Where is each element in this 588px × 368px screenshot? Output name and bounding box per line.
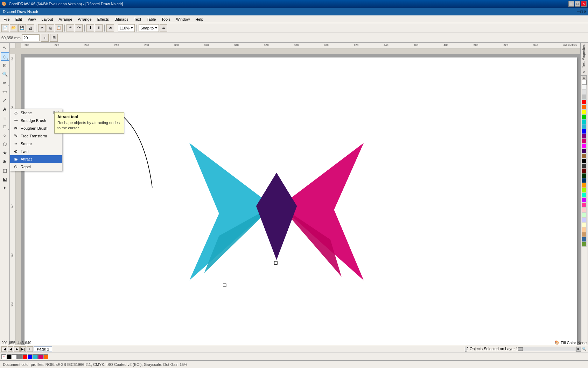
swatch-orange[interactable] bbox=[582, 104, 587, 109]
import-button[interactable]: ⬇ bbox=[86, 24, 94, 32]
page-first-button[interactable]: |◀ bbox=[1, 346, 7, 352]
scroll-right-button[interactable]: ▶ bbox=[576, 347, 581, 352]
swatch-lime[interactable] bbox=[582, 188, 587, 193]
flyout-smear[interactable]: ≈ Smear bbox=[10, 140, 62, 148]
menu-table[interactable]: Table bbox=[144, 16, 159, 22]
menu-arrange[interactable]: Arrange bbox=[56, 16, 75, 22]
view-btn[interactable]: 👁 bbox=[106, 24, 114, 32]
swatch-lightyellow[interactable] bbox=[582, 222, 587, 227]
tool-color-attract[interactable]: ✦ bbox=[1, 184, 9, 192]
export-button[interactable]: ⬆ bbox=[95, 24, 103, 32]
tool-table[interactable]: ⊞ bbox=[1, 114, 9, 122]
zoom-dropdown[interactable]: 110% ▾ bbox=[118, 24, 135, 32]
swatch-amber[interactable] bbox=[582, 183, 587, 188]
swatch-violet[interactable] bbox=[582, 198, 587, 203]
swatch-purple[interactable] bbox=[582, 134, 587, 139]
swatch-green[interactable] bbox=[582, 114, 587, 119]
tool-smart-fill[interactable]: ⬕ bbox=[1, 175, 9, 183]
swatch-peach[interactable] bbox=[582, 227, 587, 232]
nib-options[interactable]: ⊞ bbox=[50, 34, 58, 42]
print-button[interactable]: 🖨 bbox=[27, 24, 34, 32]
tool-interactive-fill[interactable]: ◫ bbox=[1, 166, 9, 175]
save-button[interactable]: 💾 bbox=[18, 24, 26, 32]
tool-pointer[interactable]: ↖ bbox=[1, 43, 9, 52]
menu-edit[interactable]: Edit bbox=[13, 16, 25, 22]
menu-effects2[interactable]: Effects bbox=[94, 16, 112, 22]
tool-crop[interactable]: ⊡ ▸ bbox=[1, 61, 9, 69]
inner-minimize-button[interactable]: ─ bbox=[577, 9, 580, 14]
swatch-lightblue2[interactable] bbox=[582, 217, 587, 222]
flyout-repel[interactable]: ⊙ Repel bbox=[10, 163, 62, 171]
menu-view[interactable]: View bbox=[25, 16, 39, 22]
swatch-white[interactable] bbox=[582, 80, 587, 85]
snap-dropdown[interactable]: Snap to ▾ bbox=[139, 24, 159, 32]
open-button[interactable]: 📂 bbox=[10, 24, 18, 32]
swatch-hotpink[interactable] bbox=[582, 203, 587, 207]
swatch-aqua[interactable] bbox=[582, 193, 587, 198]
page-tab-1[interactable]: Page 1 bbox=[34, 346, 52, 352]
text-properties-panel[interactable]: Text Properties bbox=[581, 43, 588, 69]
swatch-magenta[interactable] bbox=[582, 139, 587, 144]
inner-close-button[interactable]: ✕ bbox=[583, 9, 587, 14]
tool-freehand[interactable]: ✏ ▸ bbox=[1, 79, 9, 87]
palette-scroll-up[interactable]: ▲ bbox=[582, 76, 587, 80]
flyout-attract[interactable]: ◉ Attract bbox=[10, 155, 62, 163]
swatch-darkgreen[interactable] bbox=[582, 173, 587, 178]
swatch-light[interactable] bbox=[582, 85, 587, 90]
menu-window[interactable]: Window bbox=[173, 16, 192, 22]
bottom-swatch-orange[interactable] bbox=[43, 354, 48, 359]
swatch-red[interactable] bbox=[582, 100, 587, 104]
menu-text[interactable]: Text bbox=[131, 16, 144, 22]
swatch-black[interactable] bbox=[582, 158, 587, 163]
tool-ellipse[interactable]: ○ bbox=[1, 131, 9, 139]
minimize-button[interactable]: ─ bbox=[568, 1, 574, 7]
tool-polygon[interactable]: ⬡ ▸ bbox=[1, 140, 9, 148]
swatch-cyan[interactable] bbox=[582, 124, 587, 129]
tool-eyedropper[interactable]: ✱ bbox=[1, 157, 9, 166]
swatch-teal[interactable] bbox=[582, 119, 587, 124]
bottom-swatch-magenta[interactable] bbox=[38, 354, 43, 359]
swatch-darkred[interactable] bbox=[582, 168, 587, 173]
no-fill-swatch[interactable]: ✕ bbox=[1, 354, 6, 359]
swatch-yellow[interactable] bbox=[582, 109, 587, 114]
menu-effects[interactable]: Arrange bbox=[75, 16, 94, 22]
swatch-lightgreen[interactable] bbox=[582, 212, 587, 217]
new-button[interactable]: 📄 bbox=[1, 24, 9, 32]
swatch-gray1[interactable] bbox=[582, 90, 587, 95]
menu-help[interactable]: Help bbox=[192, 16, 206, 22]
bottom-swatch-white[interactable] bbox=[12, 354, 17, 359]
menu-tools[interactable]: Tools bbox=[159, 16, 173, 22]
snap-extra[interactable]: ≋ bbox=[160, 24, 167, 32]
undo-button[interactable]: ↶ bbox=[66, 24, 74, 32]
zoom-out-icon[interactable]: 🔍 bbox=[582, 347, 587, 352]
swatch-olive[interactable] bbox=[582, 242, 587, 247]
page-next-button[interactable]: ▶ bbox=[14, 346, 20, 352]
inner-maximize-button[interactable]: □ bbox=[580, 9, 583, 14]
swatch-lightpink[interactable] bbox=[582, 207, 587, 212]
bottom-swatch-gray[interactable] bbox=[17, 354, 22, 359]
swatch-pink[interactable] bbox=[582, 144, 587, 149]
swatch-blue[interactable] bbox=[582, 129, 587, 134]
tool-shape[interactable]: ◇ ▸ bbox=[1, 52, 9, 61]
swatch-brown[interactable] bbox=[582, 154, 587, 158]
cut-button[interactable]: ✂ bbox=[38, 24, 46, 32]
bottom-swatch-blue[interactable] bbox=[28, 354, 33, 359]
bottom-swatch-red[interactable] bbox=[22, 354, 27, 359]
swatch-darkgray[interactable] bbox=[582, 163, 587, 168]
tool-rectangle[interactable]: □ ▸ bbox=[1, 122, 9, 131]
tool-connector[interactable]: ⤢ bbox=[1, 96, 9, 104]
copy-button[interactable]: ⎘ bbox=[47, 24, 54, 32]
bottom-swatch-black[interactable] bbox=[7, 354, 12, 359]
page-add-button[interactable]: + bbox=[27, 346, 33, 352]
swatch-gray2[interactable] bbox=[582, 95, 587, 100]
paste-button[interactable]: 📋 bbox=[55, 24, 63, 32]
menu-bitmaps[interactable]: Bitmaps bbox=[112, 16, 131, 22]
tool-basic-shapes[interactable]: ★ bbox=[1, 149, 9, 157]
page-prev-button[interactable]: ◀ bbox=[8, 346, 13, 352]
tool-zoom[interactable]: 🔍 bbox=[1, 70, 9, 78]
maximize-button[interactable]: □ bbox=[575, 1, 580, 7]
swatch-darkblue[interactable] bbox=[582, 178, 587, 183]
nib-add-button[interactable]: + bbox=[41, 34, 49, 42]
swatch-steel[interactable] bbox=[582, 237, 587, 242]
close-panel-button[interactable]: ✕ bbox=[581, 69, 587, 76]
